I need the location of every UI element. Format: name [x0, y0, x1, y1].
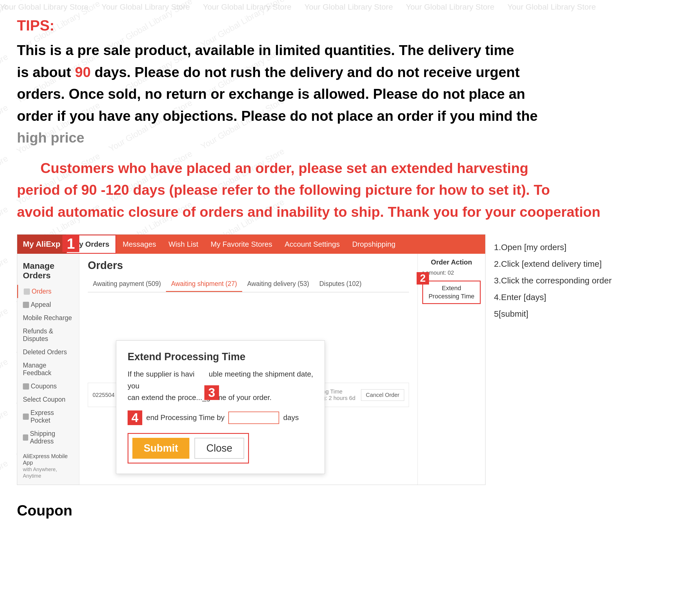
instruction-5: 5[submit]	[494, 307, 674, 321]
orders-main: Orders Awaiting payment (509) Awaiting s…	[79, 254, 418, 485]
tab-disputes[interactable]: Disputes (102)	[314, 277, 367, 292]
dialog-title: Extend Processing Time	[128, 351, 313, 363]
nav-item-dropshipping[interactable]: Dropshipping	[346, 235, 402, 254]
step-1-badge: 1	[62, 235, 79, 252]
order-action-panel: Order Action r amount: 02 2 Extend Proce…	[418, 254, 485, 485]
extend-processing-btn-wrapper: 2 Extend Processing Time	[422, 280, 481, 304]
nav-item-favorite-stores[interactable]: My Favorite Stores	[205, 235, 278, 254]
notice-text: Customers who have placed an order, plea…	[17, 158, 683, 223]
extend-days-input[interactable]	[228, 412, 279, 424]
tab-awaiting-delivery[interactable]: Awaiting delivery (53)	[242, 277, 314, 292]
coupons-icon	[23, 383, 29, 389]
sidebar-title: Manage Orders	[17, 257, 79, 285]
notice-section: Customers who have placed an order, plea…	[17, 158, 683, 223]
sidebar-item-refunds[interactable]: Refunds & Disputes	[17, 325, 79, 346]
sidebar-item-appeal[interactable]: Appeal	[17, 298, 79, 311]
tips-line2: days. Please do not rush the delivery an…	[17, 64, 538, 124]
sidebar-item-shipping-address[interactable]: Shipping Address	[17, 427, 79, 448]
step-4-badge: 4	[128, 411, 142, 425]
order-amount-label: r amount: 02	[422, 270, 481, 276]
orders-icon	[24, 288, 30, 295]
step-3-badge: 3	[205, 385, 219, 400]
sidebar-item-coupons[interactable]: Coupons	[17, 380, 79, 393]
sidebar-item-deleted-orders[interactable]: Deleted Orders	[17, 346, 79, 359]
tips-highlight-number: 90	[75, 64, 91, 80]
orders-title: Orders	[88, 259, 409, 272]
instruction-1: 1.Open [my orders]	[494, 240, 674, 254]
instruction-3: 3.Click the corresponding order	[494, 273, 674, 288]
coupon-label: Coupon	[17, 502, 683, 519]
nav-item-account-settings[interactable]: Account Settings	[279, 235, 346, 254]
nav-item-messages[interactable]: Messages	[116, 235, 162, 254]
tips-highprice: high price	[17, 130, 84, 146]
days-label: days	[283, 413, 299, 422]
tips-section: TIPS: This is a pre sale product, availa…	[17, 17, 683, 149]
tab-awaiting-payment[interactable]: Awaiting payment (509)	[88, 277, 166, 292]
order-tabs: Awaiting payment (509) Awaiting shipment…	[88, 277, 409, 292]
sidebar: Manage Orders Orders Appeal Mobile Recha…	[17, 254, 79, 485]
screenshot-area: 1 My AliExp My Orders Messages Wish List…	[17, 234, 683, 485]
extend-processing-time-button[interactable]: Extend Processing Time	[422, 280, 481, 304]
tips-body: This is a pre sale product, available in…	[17, 39, 683, 149]
submit-button[interactable]: Submit	[132, 438, 190, 459]
mobile-app-label: AliExpress Mobile App with Anywhere, Any…	[17, 450, 79, 482]
nav-bar: My AliExp My Orders Messages Wish List M…	[17, 235, 485, 254]
pocket-icon	[23, 414, 29, 420]
tab-awaiting-shipment[interactable]: Awaiting shipment (27)	[166, 277, 242, 292]
extend-dialog: 3 Extend Processing Time If the supplier…	[116, 340, 325, 474]
sidebar-item-select-coupon[interactable]: Select Coupon	[17, 393, 79, 406]
instruction-2: 2.Click [extend delivery time]	[494, 257, 674, 271]
input-prefix-label: end Processing Time by	[146, 413, 224, 422]
nav-brand: My AliExp	[17, 235, 66, 254]
cancel-order-button[interactable]: Cancel Order	[361, 389, 404, 401]
nav-item-wishlist[interactable]: Wish List	[162, 235, 205, 254]
sidebar-item-orders[interactable]: Orders	[17, 285, 79, 298]
orders-layout: Manage Orders Orders Appeal Mobile Recha…	[17, 254, 485, 485]
dialog-buttons: Submit Close	[128, 433, 249, 464]
instruction-4: 4.Enter [days]	[494, 290, 674, 304]
sidebar-item-express-pocket[interactable]: Express Pocket	[17, 406, 79, 427]
aliexpress-ui: 1 My AliExp My Orders Messages Wish List…	[17, 234, 486, 485]
step-2-badge: 2	[417, 272, 429, 285]
close-button[interactable]: Close	[194, 438, 244, 459]
sidebar-item-feedback[interactable]: Manage Feedback	[17, 359, 79, 380]
dialog-input-row: 4 end Processing Time by days	[128, 411, 313, 425]
nav-wrapper: 1 My AliExp My Orders Messages Wish List…	[17, 235, 485, 254]
instructions-panel: 1.Open [my orders] 2.Click [extend deliv…	[486, 234, 683, 485]
sidebar-item-mobile-recharge[interactable]: Mobile Recharge	[17, 311, 79, 325]
dialog-body: If the supplier is havi uble meeting the…	[128, 368, 313, 404]
address-icon	[23, 434, 28, 440]
tips-label: TIPS:	[17, 17, 683, 34]
dialog-body-line1: If the supplier is havi uble meeting the…	[128, 370, 313, 402]
order-action-title: Order Action	[422, 258, 481, 266]
appeal-icon	[23, 302, 29, 308]
notice-line1: Customers who have placed an order, plea…	[17, 160, 600, 220]
